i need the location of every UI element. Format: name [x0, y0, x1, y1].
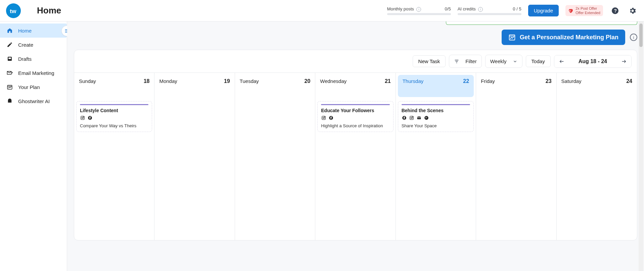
sidebar-item-label: Drafts — [18, 56, 32, 62]
card-platform-icons — [402, 115, 470, 121]
svg-rect-11 — [509, 35, 515, 40]
sidebar-item-label: Create — [18, 42, 33, 48]
topbar: tw Home Monthly posts i 0/5 AI credits i… — [0, 0, 644, 21]
sidebar-item-home[interactable]: Home — [0, 24, 67, 38]
ai-credits-value: 0 / 5 — [513, 6, 521, 11]
instagram-icon — [321, 115, 326, 121]
content-card[interactable]: Behind the Scenes Share Your Space — [398, 101, 474, 132]
email-icon — [416, 115, 422, 121]
calendar: New Task Filter Weekly Today Aug 18 - 24 — [74, 50, 637, 240]
svg-rect-9 — [7, 85, 12, 89]
ai-credits-bar — [458, 13, 521, 15]
new-task-button[interactable]: New Task — [413, 55, 446, 67]
sidebar-item-label: Ghostwriter AI — [18, 98, 50, 104]
instagram-icon — [409, 115, 414, 121]
info-icon[interactable]: i — [416, 7, 421, 12]
facebook-icon — [87, 115, 93, 121]
monthly-posts-label: Monthly posts — [387, 6, 414, 11]
svg-text:tw: tw — [10, 7, 16, 14]
view-label: Weekly — [490, 58, 507, 64]
next-week-button[interactable] — [616, 55, 631, 67]
day-col-sunday[interactable]: Lifestyle Content Compare Your Way vs Th… — [74, 99, 154, 240]
svg-point-24 — [325, 117, 325, 117]
sidebar-item-label: Home — [18, 28, 32, 34]
drafts-icon — [7, 56, 13, 62]
svg-point-20 — [84, 117, 84, 117]
pencil-icon — [7, 42, 13, 48]
pinterest-icon — [424, 115, 429, 121]
email-send-icon — [7, 70, 13, 76]
monthly-posts-bar — [387, 13, 451, 15]
card-stripe — [80, 104, 148, 105]
content-card[interactable]: Lifestyle Content Compare Your Way vs Th… — [76, 101, 152, 132]
card-platform-icons — [321, 115, 389, 121]
sidebar-item-ghostwriter-ai[interactable]: Ghostwriter AI — [0, 94, 67, 108]
card-title: Behind the Scenes — [402, 108, 470, 113]
prev-week-button[interactable] — [554, 55, 569, 67]
help-icon[interactable]: ? — [610, 5, 620, 16]
sidebar-item-create[interactable]: Create — [0, 38, 67, 52]
instagram-icon — [80, 115, 85, 121]
week-body-row: Lifestyle Content Compare Your Way vs Th… — [74, 99, 637, 240]
success-banner-remnant — [446, 21, 637, 25]
day-header-friday: Friday23 — [476, 73, 556, 99]
day-col-saturday[interactable] — [557, 99, 637, 240]
offer-badge[interactable]: 2x 2x Post Offer Offer Extended — [565, 5, 603, 16]
get-marketing-plan-button[interactable]: Get a Personalized Marketing Plan — [502, 30, 625, 45]
page-title: Home — [37, 5, 61, 16]
svg-point-29 — [412, 117, 413, 117]
card-desc: Highlight a Source of Inspiration — [321, 123, 389, 128]
svg-point-28 — [411, 117, 412, 119]
card-desc: Share Your Space — [402, 123, 470, 128]
brand-logo: tw — [6, 3, 21, 18]
day-col-friday[interactable] — [476, 99, 556, 240]
info-icon[interactable]: i — [630, 34, 637, 41]
chevron-down-icon — [513, 59, 517, 64]
vertical-scrollbar[interactable] — [639, 21, 643, 271]
ghost-icon — [7, 98, 13, 104]
card-stripe — [321, 104, 389, 105]
chart-calendar-icon — [508, 34, 516, 41]
day-col-wednesday[interactable]: Educate Your Followers Highlight a Sourc… — [315, 99, 396, 240]
day-header-sunday: Sunday18 — [74, 73, 154, 99]
svg-point-31 — [424, 116, 428, 120]
sidebar-item-email-marketing[interactable]: Email Marketing — [0, 66, 67, 80]
day-header-monday: Monday19 — [154, 73, 235, 99]
info-icon[interactable]: i — [478, 7, 483, 12]
card-platform-icons — [80, 115, 148, 121]
monthly-posts-meter: Monthly posts i 0/5 — [387, 6, 451, 15]
settings-icon[interactable] — [627, 5, 638, 16]
card-title: Educate Your Followers — [321, 108, 389, 113]
view-select[interactable]: Weekly — [485, 55, 522, 68]
sidebar-item-drafts[interactable]: Drafts — [0, 52, 67, 66]
day-col-tuesday[interactable] — [235, 99, 315, 240]
day-col-thursday[interactable]: Behind the Scenes Share Your Space — [396, 99, 476, 240]
filter-button[interactable]: Filter — [449, 55, 481, 68]
card-stripe — [402, 104, 470, 105]
sidebar: Home Create Drafts Email Marketing Your … — [0, 21, 67, 271]
card-title: Lifestyle Content — [80, 108, 148, 113]
day-col-monday[interactable] — [154, 99, 235, 240]
calendar-toolbar: New Task Filter Weekly Today Aug 18 - 24 — [74, 50, 637, 73]
day-header-wednesday: Wednesday21 — [315, 73, 396, 99]
svg-text:?: ? — [614, 8, 617, 13]
svg-text:2x: 2x — [569, 9, 571, 11]
filter-icon — [454, 59, 459, 64]
upgrade-button[interactable]: Upgrade — [528, 5, 559, 16]
date-range-nav: Aug 18 - 24 — [554, 55, 632, 68]
facebook-icon — [328, 115, 334, 121]
calendar-chart-icon — [7, 84, 13, 90]
day-header-thursday: Thursday22 — [398, 75, 474, 97]
filter-label: Filter — [465, 58, 476, 64]
sidebar-item-label: Your Plan — [18, 84, 40, 90]
sidebar-item-label: Email Marketing — [18, 70, 54, 76]
sidebar-item-your-plan[interactable]: Your Plan — [0, 80, 67, 94]
ai-credits-label: AI credits — [458, 6, 476, 11]
offer-line2: Offer Extended — [576, 11, 600, 15]
main-content: Get a Personalized Marketing Plan i New … — [67, 21, 644, 271]
content-card[interactable]: Educate Your Followers Highlight a Sourc… — [317, 101, 393, 132]
monthly-posts-value: 0/5 — [445, 6, 451, 11]
week-header-row: Sunday18 Monday19 Tuesday20 Wednesday21 … — [74, 73, 637, 99]
today-button[interactable]: Today — [526, 55, 551, 67]
svg-point-23 — [323, 117, 325, 119]
